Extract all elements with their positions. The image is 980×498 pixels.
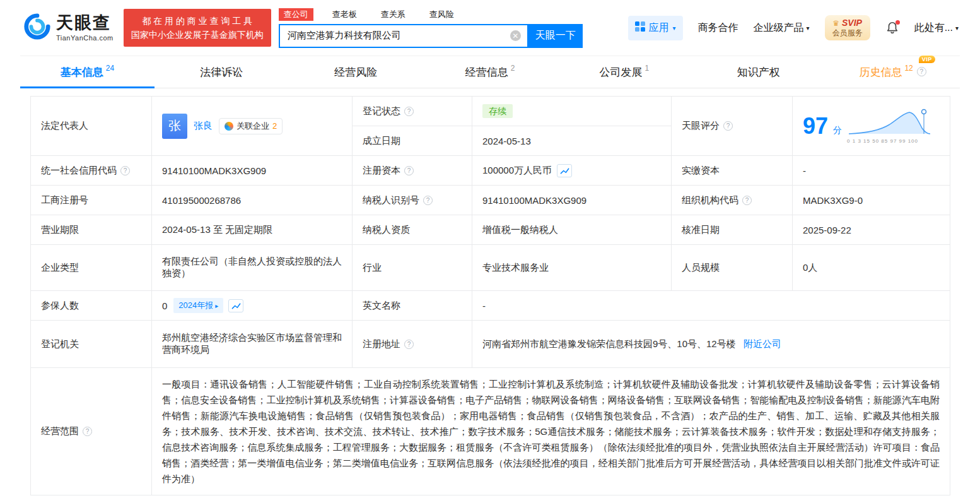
field-value-reg-status: 存续 xyxy=(472,97,672,126)
caret-down-icon: ▾ xyxy=(807,25,810,32)
field-value-taxpayer-quality: 增值税一般纳税人 xyxy=(472,215,672,245)
basic-info-table: 法定代表人 张 张良 关联企业 2 登记状态? 存续 天眼评分? 97 xyxy=(30,96,950,495)
help-icon[interactable]: ? xyxy=(423,196,433,205)
score-unit: 分 xyxy=(833,125,842,136)
search-tab-company[interactable]: 查公司 xyxy=(279,8,313,21)
field-label-approval-date: 核准日期 xyxy=(672,215,793,245)
score-axis-labels: 0 1 3 15 50 85 97 99 100 xyxy=(847,138,932,144)
annual-report-badge[interactable]: 2024年报 ▸ xyxy=(173,298,223,313)
help-icon[interactable]: ? xyxy=(917,67,926,76)
field-value-reg-address: 河南省郑州市航空港豫发锦荣信息科技园9号、10号、12号楼 附近公司 xyxy=(472,321,950,368)
related-companies-count: 2 xyxy=(272,121,277,131)
field-label-taxpayer-quality: 纳税人资质 xyxy=(353,215,472,245)
apps-label: 应用 xyxy=(649,21,669,35)
field-label-reg-status: 登记状态? xyxy=(353,97,472,126)
help-icon[interactable]: ? xyxy=(404,340,414,349)
field-label-reg-number: 工商注册号 xyxy=(31,186,152,215)
header: 天眼查 TianYanCha.com 都 在 用 的 商 业 查 询 工 具 国… xyxy=(0,0,980,56)
tab-business-count: 2 xyxy=(511,64,515,73)
field-label-industry: 行业 xyxy=(353,245,472,291)
search-tab-relation[interactable]: 查关系 xyxy=(376,8,411,21)
field-label-staff-size: 人员规模 xyxy=(672,245,793,291)
svip-subtitle: 会员服务 xyxy=(832,28,863,38)
field-value-company-type: 有限责任公司（非自然人投资或控股的法人独资） xyxy=(152,245,353,291)
legal-rep-name-link[interactable]: 张良 xyxy=(194,120,213,132)
field-label-english-name: 英文名称 xyxy=(353,291,472,321)
logo-domain: TianYanCha.com xyxy=(56,34,114,42)
tab-basic-count: 24 xyxy=(106,64,114,73)
field-value-paid-capital: - xyxy=(793,156,950,186)
capital-trend-chart-icon[interactable] xyxy=(557,164,572,177)
field-label-score: 天眼评分? xyxy=(672,97,793,156)
tab-business-info[interactable]: 经营信息 2 xyxy=(423,56,557,88)
field-label-reg-capital: 注册资本? xyxy=(353,156,472,186)
field-value-reg-authority: 郑州航空港经济综合实验区市场监督管理和营商环境局 xyxy=(152,321,353,368)
field-label-company-type: 企业类型 xyxy=(31,245,152,291)
clear-search-icon[interactable]: ✕ xyxy=(510,30,521,41)
search-tab-risk[interactable]: 查风险 xyxy=(424,8,459,21)
tab-basic-info[interactable]: 基本信息 24 xyxy=(20,56,155,88)
help-icon[interactable]: ? xyxy=(83,427,92,436)
brand-slogan-badge: 都 在 用 的 商 业 查 询 工 具 国家中小企业发展子基金旗下机构 xyxy=(124,9,271,47)
field-label-establish-date: 成立日期 xyxy=(353,126,472,156)
company-section-tabs: 基本信息 24 法律诉讼 经营风险 经营信息 2 公司发展 1 知识产权 VIP… xyxy=(20,56,960,88)
help-icon[interactable]: ? xyxy=(742,196,752,205)
search-button[interactable]: 天眼一下 xyxy=(528,24,583,48)
search-area: 查公司 查老板 查关系 查风险 ✕ 天眼一下 xyxy=(279,8,583,48)
header-right-nav: 应用 ▾ 商务合作 企业级产品 ▾ ♛ SVIP 会员服务 此处有... ▾ xyxy=(628,15,980,41)
svip-title: SVIP xyxy=(842,18,862,28)
nearby-companies-link[interactable]: 附近公司 xyxy=(744,338,781,349)
caret-right-icon: ▸ xyxy=(215,302,218,309)
help-icon[interactable]: ? xyxy=(404,107,414,116)
insured-trend-chart-icon[interactable] xyxy=(228,299,243,312)
help-icon[interactable]: ? xyxy=(404,166,414,175)
svip-membership-button[interactable]: ♛ SVIP 会员服务 xyxy=(825,15,870,41)
account-menu[interactable]: 此处有... ▾ xyxy=(914,21,959,35)
slogan-line-1: 都 在 用 的 商 业 查 询 工 具 xyxy=(131,14,264,28)
field-value-staff-size: 0人 xyxy=(793,245,950,291)
tab-legal-litigation[interactable]: 法律诉讼 xyxy=(155,56,289,88)
field-label-business-scope: 经营范围? xyxy=(31,368,152,495)
search-tab-boss[interactable]: 查老板 xyxy=(327,8,362,21)
help-icon[interactable]: ? xyxy=(120,166,130,175)
search-input[interactable] xyxy=(280,30,510,41)
nav-enterprise-products[interactable]: 企业级产品 ▾ xyxy=(754,21,810,35)
field-value-approval-date: 2025-09-22 xyxy=(793,215,950,245)
tab-operating-risk[interactable]: 经营风险 xyxy=(289,56,423,88)
field-label-org-code: 组织机构代码? xyxy=(672,186,793,215)
caret-down-icon: ▾ xyxy=(955,25,959,32)
status-badge: 存续 xyxy=(482,104,513,118)
field-label-reg-authority: 登记机关 xyxy=(31,321,152,368)
field-label-taxpayer-id: 纳税人识别号? xyxy=(353,186,472,215)
apps-grid-icon xyxy=(635,21,645,34)
field-label-reg-address: 注册地址? xyxy=(353,321,472,368)
field-value-score: 97 分 0 1 3 15 50 85 97 99 100 xyxy=(793,97,950,156)
apps-menu-button[interactable]: 应用 ▾ xyxy=(628,16,683,40)
field-label-insured-count: 参保人数 xyxy=(31,291,152,321)
slogan-line-2: 国家中小企业发展子基金旗下机构 xyxy=(131,28,264,42)
tianyancha-logo[interactable]: 天眼查 TianYanCha.com xyxy=(23,12,114,44)
help-icon[interactable]: ? xyxy=(723,121,733,131)
tianyan-score[interactable]: 97 分 0 1 3 15 50 85 97 99 100 xyxy=(803,108,940,144)
field-value-legal-rep: 张 张良 关联企业 2 xyxy=(152,97,353,156)
field-value-taxpayer-id: 91410100MADK3XG909 xyxy=(472,186,672,215)
field-value-org-code: MADK3XG9-0 xyxy=(793,186,950,215)
field-value-english-name: - xyxy=(472,291,950,321)
field-value-reg-capital: 100000万人民币 xyxy=(472,156,672,186)
field-value-credit-code: 91410100MADK3XG909 xyxy=(152,156,353,186)
vip-badge: VIP xyxy=(919,56,935,63)
notification-dot xyxy=(895,20,900,25)
tab-history-info[interactable]: VIP 历史信息 12 ? xyxy=(825,56,960,88)
logo-title: 天眼查 xyxy=(56,15,114,32)
tab-history-count: 12 xyxy=(904,64,913,73)
nav-business-cooperation[interactable]: 商务合作 xyxy=(698,21,738,35)
notifications-bell-icon[interactable] xyxy=(885,21,899,35)
score-number: 97 xyxy=(803,115,828,138)
tab-intellectual-property[interactable]: 知识产权 xyxy=(691,56,825,88)
search-type-tabs: 查公司 查老板 查关系 查风险 xyxy=(279,8,583,21)
related-companies-badge[interactable]: 关联企业 2 xyxy=(219,118,283,134)
field-value-insured-count: 0 2024年报 ▸ xyxy=(152,291,353,321)
crown-icon: ♛ xyxy=(832,19,839,28)
tab-company-development[interactable]: 公司发展 1 xyxy=(557,56,691,88)
logo-swirl-icon xyxy=(23,12,52,44)
